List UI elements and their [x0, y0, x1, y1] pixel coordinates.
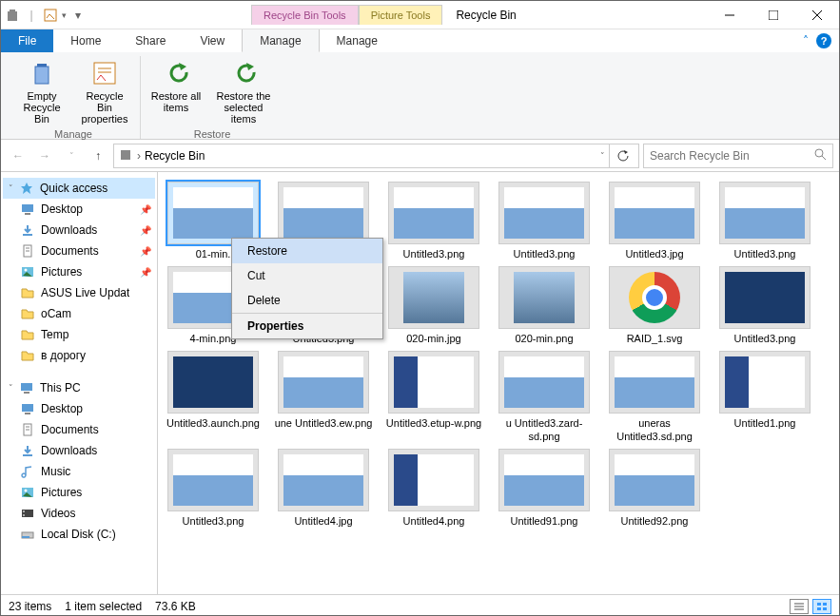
nav-forward-button[interactable]: →: [33, 144, 56, 167]
view-thumbnails-button[interactable]: [812, 599, 831, 614]
sidebar-label: Temp: [41, 328, 68, 341]
file-item[interactable]: Untitled3.etup-w.png: [382, 351, 485, 442]
sidebar-item[interactable]: Music: [3, 461, 155, 482]
sidebar-item[interactable]: Pictures: [3, 482, 155, 503]
nav-recent-dropdown[interactable]: ˅: [60, 144, 83, 167]
file-item[interactable]: Untitled3.png: [382, 182, 485, 260]
file-item[interactable]: Untitled3.jpg: [603, 182, 706, 260]
nav-up-button[interactable]: ↑: [87, 144, 109, 167]
file-thumbnail: [167, 449, 259, 511]
qat-dropdown-icon[interactable]: ▾: [62, 10, 67, 20]
address-segment[interactable]: Recycle Bin: [145, 149, 205, 163]
ctx-properties[interactable]: Properties: [232, 313, 382, 338]
sidebar-label: Desktop: [41, 202, 83, 216]
ribbon: Empty Recycle Bin Recycle Bin properties…: [1, 52, 839, 140]
file-item[interactable]: RAID_1.svg: [603, 266, 706, 345]
address-bar[interactable]: › Recycle Bin ˅: [113, 144, 639, 168]
svg-point-26: [25, 269, 28, 272]
document-icon: [20, 243, 35, 259]
file-item[interactable]: Untitled3.png: [162, 449, 264, 528]
svg-rect-1: [10, 10, 15, 11]
file-item[interactable]: uneras Untitled3.sd.png: [603, 351, 706, 442]
contextual-tab-picture[interactable]: Picture Tools: [359, 5, 443, 25]
svg-rect-30: [25, 413, 30, 414]
file-name: Untitled91.png: [511, 515, 578, 528]
file-name: 4-min.png: [190, 333, 237, 345]
file-name: uneras Untitled3.sd.png: [603, 417, 706, 442]
contextual-tab-recycle[interactable]: Recycle Bin Tools: [251, 5, 359, 25]
nav-back-button[interactable]: ←: [7, 144, 29, 167]
file-item[interactable]: Untitled1.png: [713, 351, 816, 442]
sidebar-item[interactable]: в дорогу: [3, 345, 155, 366]
sidebar-item[interactable]: Pictures📌: [3, 261, 155, 282]
tab-manage-picture[interactable]: Manage: [320, 29, 395, 52]
file-menu[interactable]: File: [1, 29, 53, 52]
file-item[interactable]: Untitled4.png: [382, 449, 485, 528]
search-icon[interactable]: [813, 147, 827, 164]
help-icon[interactable]: ?: [816, 33, 831, 48]
refresh-button[interactable]: [609, 144, 635, 167]
download-icon: [20, 443, 35, 458]
file-name: RAID_1.svg: [627, 333, 683, 345]
maximize-button[interactable]: [752, 1, 795, 29]
sidebar-item-this-pc[interactable]: ˅ This PC: [3, 377, 155, 398]
sidebar-item[interactable]: Local Disk (C:): [3, 524, 155, 545]
ctx-restore[interactable]: Restore: [232, 239, 382, 263]
sidebar-item[interactable]: Downloads📌: [3, 220, 155, 241]
properties-icon[interactable]: [43, 8, 58, 23]
tab-home[interactable]: Home: [53, 29, 118, 52]
tab-share[interactable]: Share: [118, 29, 183, 52]
sidebar-item[interactable]: Videos: [3, 503, 155, 524]
file-item[interactable]: une Untitled3.ew.png: [272, 351, 375, 442]
file-name: Untitled4.png: [403, 515, 465, 528]
ribbon-tabs: File Home Share View Manage Manage ˄ ?: [1, 29, 839, 52]
file-name: Untitled3.png: [514, 248, 576, 260]
qat-overflow[interactable]: ▾: [70, 8, 86, 23]
file-item[interactable]: 020-min.jpg: [382, 266, 485, 345]
file-thumbnail: [278, 182, 369, 244]
restore-selected-button[interactable]: Restore the selected items: [209, 56, 278, 126]
file-item[interactable]: Untitled3.aunch.png: [162, 351, 264, 442]
search-input[interactable]: [650, 149, 813, 163]
file-item[interactable]: u Untitled3.zard-sd.png: [493, 351, 596, 442]
file-item[interactable]: Untitled91.png: [493, 449, 596, 528]
pin-icon: 📌: [140, 225, 151, 236]
folder-icon: [20, 306, 35, 321]
file-item[interactable]: Untitled4.jpg: [272, 449, 375, 528]
ctx-cut[interactable]: Cut: [232, 263, 382, 288]
recycle-bin-properties-button[interactable]: Recycle Bin properties: [75, 56, 134, 126]
sidebar-item-quick-access[interactable]: ˅ Quick access: [3, 178, 155, 199]
sidebar-item[interactable]: Desktop📌: [3, 199, 155, 220]
sidebar-item[interactable]: Desktop: [3, 398, 155, 419]
ctx-delete[interactable]: Delete: [232, 288, 382, 313]
file-item[interactable]: Untitled3.png: [713, 182, 816, 260]
file-item[interactable]: 020-min.png: [493, 266, 596, 345]
file-name: 020-min.png: [515, 333, 573, 345]
tab-manage-recycle[interactable]: Manage: [242, 29, 319, 52]
sidebar-item[interactable]: Documents: [3, 419, 155, 440]
file-thumbnail: [609, 351, 700, 414]
file-item[interactable]: Untitled3.png: [713, 266, 816, 345]
svg-rect-4: [769, 10, 778, 20]
sidebar-item[interactable]: Documents📌: [3, 241, 155, 261]
minimize-button[interactable]: [708, 1, 752, 29]
close-button[interactable]: [795, 1, 839, 29]
disk-icon: [20, 527, 35, 542]
sidebar-item[interactable]: oCam: [3, 303, 155, 324]
ribbon-group-label: Manage: [12, 126, 134, 142]
file-list[interactable]: 01-min.Untitled3.pngUntitled3.pngUntitle…: [158, 172, 839, 594]
ribbon-collapse-icon[interactable]: ˄: [803, 34, 809, 48]
file-name: Untitled3.jpg: [625, 248, 683, 260]
context-menu: Restore Cut Delete Properties: [231, 238, 383, 339]
sidebar-item[interactable]: ASUS Live Updat: [3, 282, 155, 303]
restore-all-button[interactable]: Restore all items: [147, 56, 205, 126]
file-item[interactable]: Untitled3.png: [493, 182, 596, 260]
tab-view[interactable]: View: [183, 29, 242, 52]
sidebar-item[interactable]: Temp: [3, 324, 155, 345]
chevron-down-icon: ˅: [9, 383, 13, 393]
sidebar-item[interactable]: Downloads: [3, 440, 155, 461]
empty-recycle-bin-button[interactable]: Empty Recycle Bin: [12, 56, 71, 126]
file-item[interactable]: Untitled92.png: [603, 449, 706, 528]
search-box[interactable]: [643, 144, 833, 168]
view-details-button[interactable]: [790, 599, 809, 614]
